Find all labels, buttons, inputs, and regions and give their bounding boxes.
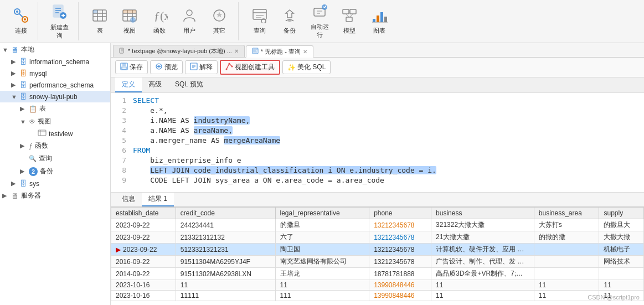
td-establish_date: 2023-10-16 [111,291,176,301]
result-tab-results[interactable]: 结果 1 [142,193,174,206]
tab-close-untitled[interactable]: ✕ [303,49,307,55]
table-row[interactable]: ▶2023-09-225123321321231陶卫国13212345678计算… [111,244,644,256]
result-tab-info[interactable]: 信息 [115,193,142,206]
th-business-area: business_area [534,208,599,219]
sub-tab-definition[interactable]: 定义 [115,77,142,92]
svg-rect-40 [350,9,356,14]
svg-line-2 [19,14,23,17]
td-supply [599,268,644,280]
code-line-6: 6 FROM [111,146,644,156]
svg-point-27 [187,10,192,15]
sidebar-item-local[interactable]: ▼ 🖥 本地 [0,43,110,56]
svg-point-72 [226,69,228,70]
tab-bar: * textpage @snowy-layui-pub (本地) ... ✕ *… [111,43,644,58]
backup-button[interactable]: 备份 [275,3,304,40]
sidebar-item-snowy[interactable]: ▼ 🗄 snowy-layui-pub [0,91,110,102]
expand-icon: ▶ [2,192,9,199]
sidebar-label-mysql: mysql [29,70,47,77]
table-row[interactable]: 2014-09-2291511302MA62938LXN王培龙187817818… [111,268,644,280]
other-button[interactable]: 其它 [205,3,234,40]
row-arrow-icon: ▶ [116,246,121,254]
view-icon [38,130,47,138]
td-legal_representative: 陶卫国 [275,244,369,256]
td-business: 321322大撒大撒 [431,219,534,231]
th-establish-date: establish_date [111,208,176,219]
table-button[interactable]: 表 [85,3,114,40]
data-table-container[interactable]: establish_date credit_code legal_represe… [111,207,644,305]
explain-button[interactable]: 解释 [185,60,218,74]
td-business: 高品质3D全景+VR制作、7;软件开发、销售及平面设计;信息技术 [431,268,534,280]
sub-tab-sql-preview[interactable]: SQL 预览 [168,77,210,92]
tab-untitled[interactable]: * 无标题 - 查询 ✕ [246,45,313,58]
user-icon [181,8,198,25]
new-query-button[interactable]: 新建查询 [45,3,74,40]
toolbar-newquery-group: 新建查询 [40,2,79,40]
explain-icon [190,63,198,72]
sub-tab-advanced[interactable]: 高级 [142,77,168,92]
connect-button[interactable]: 连接 [9,3,33,40]
chart-button[interactable]: 图表 [365,3,394,40]
table-row[interactable]: 2023-09-22244234441的撒旦13212345678321322大… [111,219,644,231]
sidebar-item-functions-cat[interactable]: ▶ ƒ 函数 [0,139,110,152]
sidebar-item-servers[interactable]: ▶ 🖥 服务器 [0,189,110,202]
beautify-button[interactable]: ✨ 美化 SQL [282,60,331,74]
expand-icon: ▶ [11,81,18,89]
save-button[interactable]: 保存 [115,60,148,74]
main-toolbar: 连接 新建查询 [0,0,644,43]
autorun-label: 自动运行 [308,23,331,39]
sidebar-label-functions: 函数 [35,141,48,151]
query-tool-button[interactable]: 查询 [245,3,274,40]
model-button[interactable]: 模型 [335,3,364,40]
td-credit_code: 11111 [176,291,275,301]
autorun-button[interactable]: 自动运行 [305,3,334,40]
td-legal_representative: 11 [275,280,369,291]
sidebar-item-information-schema[interactable]: ▶ 🗄 information_schema [0,56,110,68]
td-supply: 大撒大撒 [599,231,644,244]
view-button[interactable]: 视图 [115,3,144,40]
views-cat-icon: 👁 [29,118,35,126]
function-button[interactable]: ƒ(x) 函数 [145,3,174,40]
svg-point-63 [158,66,160,68]
tab-close-textpage[interactable]: ✕ [234,48,239,54]
svg-rect-52 [120,48,123,53]
sidebar-item-views-cat[interactable]: ▼ 👁 视图 [0,115,110,128]
db-icon: 🗄 [20,69,27,77]
code-line-4: 4 a.NAME AS areaName, [111,126,644,136]
backup-label: 备份 [284,27,296,35]
user-button[interactable]: 用户 [175,3,204,40]
svg-line-43 [350,14,353,17]
sidebar-label-servers: 服务器 [21,191,41,200]
sidebar-item-performance-schema[interactable]: ▶ 🗄 performance_schema [0,79,110,91]
svg-text:ƒ(x): ƒ(x) [154,9,168,23]
td-credit_code: 91511302MA62938LXN [176,268,275,280]
td-establish_date: 2023-09-22 [111,219,176,231]
td-business: 广告设计、制作、代理、发 南充 [431,256,534,268]
sidebar-label-tables: 表 [39,104,46,113]
svg-rect-61 [122,67,126,69]
td-business: 11 [431,291,534,301]
beautify-icon: ✨ [287,64,296,71]
table-row[interactable]: 2016-09-2291511304MA6295YJ4F南充艺途网络有限公司13… [111,256,644,268]
sidebar-item-tables-cat[interactable]: ▶ 📋 表 [0,102,110,115]
view-builder-button[interactable]: 视图创建工具 [220,60,280,75]
td-business: 计算机软、硬件开发、应用 南充 [431,244,534,256]
sidebar-label-snowy: snowy-layui-pub [29,93,78,101]
sidebar-item-sys[interactable]: ▶ 🗄 sys [0,178,110,189]
tab-textpage[interactable]: * textpage @snowy-layui-pub (本地) ... ✕ [113,45,245,57]
table-row[interactable]: 2023-10-16111113990848446111111 [111,280,644,291]
td-establish_date: 2014-09-22 [111,268,176,280]
sidebar-item-backup-cat[interactable]: ▶ 2 备份 [0,165,110,178]
sidebar-item-mysql[interactable]: ▶ 🗄 mysql [0,68,110,79]
sidebar-label-info-schema: information_schema [29,58,89,66]
svg-rect-45 [377,15,379,22]
table-row[interactable]: 2023-10-161111111113990848446111111 [111,291,644,301]
code-editor[interactable]: 1 SELECT 2 e.*, 3 i.NAME AS industryName… [111,93,644,193]
sidebar-item-queries-cat[interactable]: 🔍 查询 [0,152,110,165]
svg-point-71 [231,66,233,68]
other-icon [211,8,228,25]
preview-button[interactable]: 预览 [150,60,183,74]
editor-toolbar: 保存 预览 [111,58,644,77]
sidebar-item-testview[interactable]: testview [0,128,110,139]
explain-label: 解释 [199,63,213,72]
table-row[interactable]: 2023-09-22213321312132六了1321234567821大撒大… [111,231,644,244]
